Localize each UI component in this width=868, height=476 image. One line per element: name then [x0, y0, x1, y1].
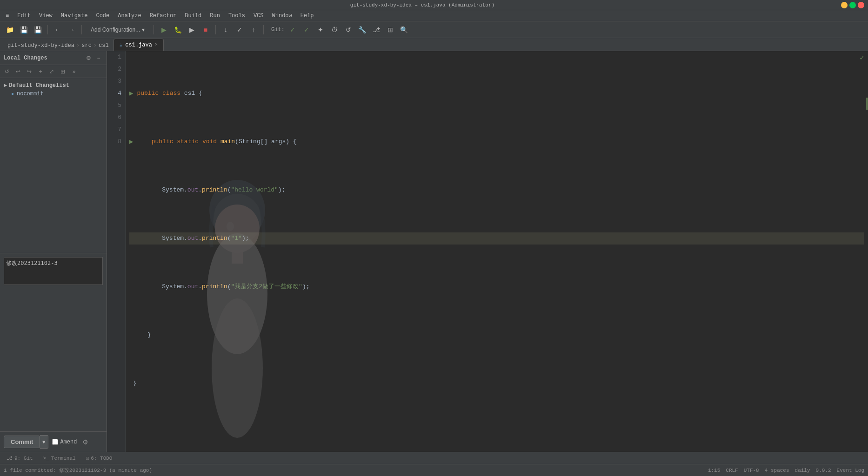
changelist-group[interactable]: ▶ Default Changelist ● nocommit — [0, 80, 107, 99]
status-encoding[interactable]: UTF-8 — [744, 468, 759, 473]
menu-item-window[interactable]: Window — [268, 12, 296, 20]
amend-label: Amend — [60, 439, 77, 445]
commit-message-input[interactable]: 修改2023121102-3 — [4, 257, 103, 285]
panel-add-btn[interactable]: + — [35, 66, 46, 77]
changelist-group-name: Default Changelist — [9, 82, 69, 89]
amend-checkbox-input[interactable] — [52, 439, 58, 445]
panel-refresh-btn[interactable]: ↺ — [2, 66, 12, 77]
terminal-tab-icon: >_ — [43, 456, 49, 461]
kw-public-2: public — [137, 136, 177, 148]
minimize-btn[interactable] — [841, 2, 848, 8]
menu-item-view[interactable]: View — [35, 12, 56, 20]
field-out-3: out — [187, 184, 198, 196]
commit-settings-btn[interactable]: ⚙ — [80, 437, 90, 447]
toolbar-stop-btn[interactable]: ■ — [200, 24, 212, 36]
menu-item-tools[interactable]: Tools — [225, 12, 249, 20]
toolbar-sep-4 — [215, 25, 216, 34]
indent-3: ▶ — [129, 184, 133, 196]
toolbar-git-search-btn[interactable]: 🔍 — [398, 24, 410, 36]
bottom-tab-git[interactable]: ⎇ 9: Git — [2, 453, 38, 463]
toolbar-git-history-btn[interactable]: ⏱ — [328, 24, 341, 36]
menu-item-help[interactable]: Help — [297, 12, 318, 20]
menu-item-refactor[interactable]: Refactor — [146, 12, 180, 20]
commit-button[interactable]: Commit — [4, 436, 40, 448]
menu-item-analyze[interactable]: Analyze — [114, 12, 145, 20]
breadcrumb-project[interactable]: git-study-xd-by-idea — [7, 42, 74, 49]
run-btn-line1[interactable]: ▶ — [129, 87, 133, 99]
toolbar-run-btn[interactable]: ▶ — [158, 24, 170, 36]
amend-checkbox-label[interactable]: Amend — [52, 439, 77, 445]
menu-item-navigate[interactable]: Navigate — [57, 12, 92, 20]
menu-item-code[interactable]: Code — [92, 12, 113, 20]
run-btn-line2[interactable]: ▶ — [129, 136, 133, 148]
toolbar-git-tools-btn[interactable]: 🔧 — [356, 24, 368, 36]
menu-bar: ≡ Edit View Navigate Code Analyze Refact… — [0, 10, 868, 21]
panel-group-btn[interactable]: ⊞ — [58, 66, 68, 77]
classname-cs1: cs1 { — [184, 87, 202, 99]
menu-item-run[interactable]: Run — [206, 12, 224, 20]
close-tab-btn[interactable]: × — [155, 42, 158, 47]
status-right: 1:15 CRLF UTF-8 4 spaces daily 0.0.2 Eve… — [708, 468, 864, 473]
status-position[interactable]: 1:15 — [708, 468, 720, 473]
toolbar-git-branch-btn[interactable]: ⎇ — [370, 24, 382, 36]
println-3: println — [202, 184, 227, 196]
kw-static-2: static — [177, 136, 202, 148]
toolbar-git-check2-btn[interactable]: ✓ — [300, 24, 313, 36]
menu-item-edit[interactable]: Edit — [13, 12, 34, 20]
close-btn[interactable] — [858, 2, 864, 8]
line-num-1: 1 — [111, 51, 121, 63]
breadcrumb: git-study-xd-by-idea › src › cs1 — [4, 40, 113, 51]
code-editor: 1 2 3 4 5 6 7 8 ▶ public class cs1 { — [107, 51, 868, 452]
todo-tab-icon: ☑ — [86, 455, 89, 461]
main-layout: Local Changes ⚙ − ↺ ↩ ↪ + ⤢ ⊞ » ▶ Defaul… — [0, 51, 868, 452]
indent-4: ▶ — [129, 232, 133, 245]
breadcrumb-file[interactable]: cs1 — [99, 42, 109, 49]
commit-btn-area: Commit ▾ Amend ⚙ — [0, 431, 107, 452]
toolbar-git-window-btn[interactable]: ⊞ — [384, 24, 396, 36]
dot-3: . — [198, 184, 202, 196]
field-out-4: out — [187, 232, 198, 245]
toolbar-git-commit-btn[interactable]: ✓ — [234, 24, 246, 36]
toolbar-back-btn[interactable]: ← — [52, 24, 64, 36]
panel-redo-btn[interactable]: ↪ — [24, 66, 34, 77]
line-num-7: 7 — [111, 124, 121, 136]
changelist-item-nocommit[interactable]: ● nocommit — [4, 90, 103, 98]
toolbar-git-push-btn[interactable]: ↑ — [247, 24, 260, 36]
maximize-btn[interactable] — [849, 2, 856, 8]
bottom-tab-todo[interactable]: ☑ 6: TODO — [81, 453, 117, 463]
panel-settings-btn[interactable]: ⚙ — [84, 54, 93, 62]
toolbar-save-all-btn[interactable]: 💾 — [32, 24, 44, 36]
breadcrumb-src[interactable]: src — [81, 42, 92, 49]
bottom-tab-terminal[interactable]: >_ Terminal — [39, 453, 80, 463]
status-branch[interactable]: daily — [795, 468, 810, 473]
menu-item-build[interactable]: Build — [181, 12, 205, 20]
toolbar-forward-btn[interactable]: → — [66, 24, 78, 36]
menu-item-hamburger[interactable]: ≡ — [2, 12, 13, 20]
toolbar-debug-btn[interactable]: 🐛 — [172, 24, 184, 36]
status-line-sep[interactable]: CRLF — [726, 468, 738, 473]
panel-more-btn[interactable]: » — [69, 66, 79, 77]
code-content[interactable]: ▶ public class cs1 { ▶ public static voi… — [126, 51, 868, 452]
toolbar-git-check-btn[interactable]: ✓ — [287, 24, 299, 36]
toolbar-sep-1 — [47, 25, 48, 34]
commit-dropdown-btn[interactable]: ▾ — [40, 435, 48, 449]
file-tab-cs1[interactable]: ☕ cs1.java × — [114, 39, 164, 51]
panel-undo-btn[interactable]: ↩ — [13, 66, 23, 77]
toolbar-git-update-btn[interactable]: ↓ — [220, 24, 232, 36]
breadcrumb-sep1: › — [76, 42, 80, 49]
empty-8 — [129, 426, 133, 438]
toolbar-save-btn[interactable]: 💾 — [18, 24, 30, 36]
line-numbers: 1 2 3 4 5 6 7 8 — [107, 51, 126, 452]
status-indent[interactable]: 4 spaces — [765, 468, 789, 473]
event-log-btn[interactable]: Event Log — [837, 468, 864, 473]
panel-minimize-btn[interactable]: − — [94, 54, 103, 62]
toolbar-git-undo-btn[interactable]: ↺ — [342, 24, 354, 36]
toolbar-run-with-coverage-btn[interactable]: ▶ — [186, 24, 198, 36]
gutter-change-indicator — [866, 98, 868, 110]
menu-item-vcs[interactable]: VCS — [250, 12, 267, 20]
toolbar-open-btn[interactable]: 📁 — [4, 24, 16, 36]
string-hello-3: "hello world" — [231, 184, 278, 196]
panel-diff-btn[interactable]: ⤢ — [47, 66, 57, 77]
add-configuration-btn[interactable]: Add Configuration... ▾ — [86, 25, 150, 35]
toolbar-git-star-btn[interactable]: ✦ — [314, 24, 327, 36]
